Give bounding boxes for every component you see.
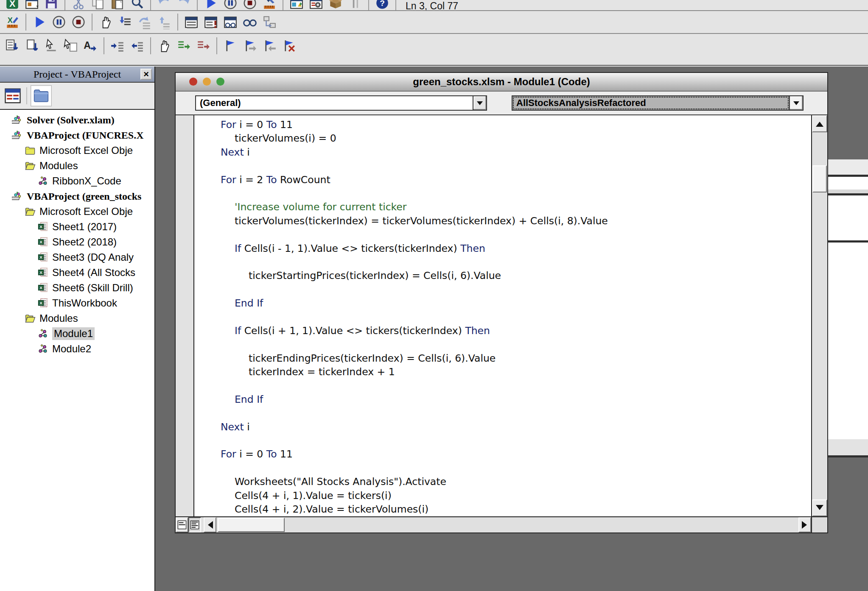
background-window-fragment	[828, 159, 868, 175]
code-line: 'Increase volume for current ticker	[221, 200, 811, 214]
code-line: Worksheets("All Stocks Analysis").Activa…	[221, 475, 811, 488]
code-window-titlebar[interactable]: green_stocks.xlsm - Module1 (Code)	[176, 73, 827, 92]
reset-icon	[243, 0, 257, 10]
clear-bookmarks-button[interactable]	[280, 37, 297, 54]
project-explorer-button[interactable]	[288, 0, 305, 11]
tree-item-label: Modules	[39, 160, 78, 172]
workbook-icon: X	[37, 298, 48, 309]
zoom-window-icon[interactable]	[216, 78, 224, 86]
toolbar-divider	[104, 37, 104, 54]
full-module-view-button[interactable]	[188, 517, 201, 532]
tree-item-module1[interactable]: Module1	[0, 326, 154, 341]
copy-module-button[interactable]	[4, 37, 21, 54]
vertical-scroll-thumb[interactable]	[812, 165, 827, 192]
procedure-dropdown[interactable]: AllStocksAnalysisRefactored	[512, 95, 804, 111]
cut-button[interactable]	[70, 0, 87, 11]
hand-button[interactable]	[156, 37, 173, 54]
bookmark-button[interactable]	[222, 37, 239, 54]
locals-window-button[interactable]	[183, 14, 200, 31]
step-out-button[interactable]	[156, 14, 173, 31]
toolbox-button[interactable]	[347, 0, 364, 11]
outdent-button[interactable]	[129, 37, 146, 54]
scroll-up-icon[interactable]	[812, 115, 827, 132]
call-stack-button[interactable]	[261, 14, 278, 31]
code-line: If Cells(i - 1, 1).Value <> tickers(tick…	[221, 242, 811, 255]
next-bookmark-button[interactable]	[241, 37, 258, 54]
export-file-button[interactable]	[23, 37, 40, 54]
indent-button[interactable]	[109, 37, 126, 54]
tree-item-vbaproject-funcres-x[interactable]: VBAProject (FUNCRES.X	[0, 128, 154, 143]
comment-block-button[interactable]	[175, 37, 192, 54]
horizontal-scroll-thumb[interactable]	[218, 518, 285, 532]
uncomment-block-button[interactable]	[195, 37, 212, 54]
tree-item-sheet3-dq-analy[interactable]: XSheet3 (DQ Analy	[0, 250, 154, 265]
immediate-window-button[interactable]	[202, 14, 219, 31]
paste-icon	[110, 0, 125, 10]
tree-item-sheet1-2017[interactable]: XSheet1 (2017)	[0, 219, 154, 234]
tree-item-sheet4-all-stocks[interactable]: XSheet4 (All Stocks	[0, 265, 154, 280]
code-editor[interactable]: For i = 0 To 11tickerVolumes(i) = 0Next …	[194, 115, 811, 516]
step-into-button[interactable]	[117, 14, 134, 31]
quick-watch-button[interactable]	[241, 14, 258, 31]
tree-item-modules[interactable]: Modules	[0, 311, 154, 326]
toolbar-divider	[177, 14, 178, 31]
pointer-page-button[interactable]	[62, 37, 79, 54]
help-button[interactable]: ?	[374, 0, 391, 11]
reset-button[interactable]	[70, 14, 87, 31]
project-panel-titlebar[interactable]: Project - VBAProject ✕	[0, 67, 154, 83]
hand-button[interactable]	[97, 14, 114, 31]
toggle-folders-button[interactable]	[31, 85, 52, 106]
scroll-left-icon[interactable]	[204, 517, 216, 532]
find-symbol-button[interactable]: A	[82, 37, 99, 54]
break-button[interactable]	[222, 0, 239, 11]
tree-item-modules[interactable]: Modules	[0, 158, 154, 173]
properties-window-button[interactable]	[308, 0, 325, 11]
redo-button[interactable]	[175, 0, 192, 11]
pointer-line-button[interactable]	[43, 37, 60, 54]
run-button[interactable]	[202, 0, 219, 11]
procedure-view-button[interactable]	[176, 517, 188, 532]
watch-window-button[interactable]	[222, 14, 239, 31]
vertical-scroll-track[interactable]	[812, 132, 827, 499]
chevron-down-icon[interactable]	[789, 96, 803, 110]
copy-button[interactable]	[90, 0, 106, 11]
project-explorer-panel: Project - VBAProject ✕ Solver (Solver.xl…	[0, 67, 155, 591]
tree-item-thisworkbook[interactable]: XThisWorkbook	[0, 296, 154, 311]
break-button[interactable]	[50, 14, 67, 31]
object-dropdown[interactable]: (General)	[195, 95, 487, 111]
object-browser-button[interactable]	[327, 0, 344, 11]
horizontal-scroll-track[interactable]	[216, 517, 798, 532]
insert-userform-button[interactable]	[23, 0, 40, 11]
tree-item-label: Sheet4 (All Stocks	[52, 267, 135, 279]
tree-item-sheet6-skill-drill[interactable]: XSheet6 (Skill Drill)	[0, 280, 154, 296]
minimize-window-icon[interactable]	[203, 78, 211, 86]
close-window-icon[interactable]	[189, 78, 197, 86]
design-mode-button[interactable]	[261, 0, 278, 11]
tree-item-microsoft-excel-obje[interactable]: Microsoft Excel Obje	[0, 204, 154, 219]
vertical-scrollbar[interactable]	[811, 115, 827, 516]
view-object-button[interactable]	[3, 86, 23, 106]
tree-item-sheet2-2018[interactable]: XSheet2 (2018)	[0, 234, 154, 250]
paste-button[interactable]	[109, 0, 126, 11]
scroll-right-icon[interactable]	[798, 517, 811, 532]
scroll-down-icon[interactable]	[812, 499, 827, 516]
export-file-icon	[25, 39, 39, 53]
run-button[interactable]	[31, 14, 48, 31]
save-button[interactable]	[43, 0, 60, 11]
tree-item-vbaproject-green-stocks[interactable]: VBAProject (green_stocks	[0, 189, 154, 204]
step-over-button[interactable]	[136, 14, 153, 31]
tree-item-module2[interactable]: Module2	[0, 341, 154, 357]
chevron-down-icon[interactable]	[473, 96, 486, 110]
reset-button[interactable]	[241, 0, 258, 11]
close-icon[interactable]: ✕	[140, 69, 152, 80]
find-button[interactable]	[129, 0, 146, 11]
view-excel-button[interactable]: X	[4, 14, 21, 31]
prev-bookmark-button[interactable]	[261, 37, 278, 54]
tree-item-solver-solver-xlam[interactable]: Solver (Solver.xlam)	[0, 112, 154, 128]
tree-item-ribbonx-code[interactable]: RibbonX_Code	[0, 173, 154, 189]
undo-button[interactable]	[156, 0, 173, 11]
toolbar-divider	[197, 0, 198, 11]
excel-app-button[interactable]: X	[4, 0, 21, 11]
tree-item-microsoft-excel-obje[interactable]: Microsoft Excel Obje	[0, 143, 154, 158]
step-out-icon	[157, 15, 171, 29]
